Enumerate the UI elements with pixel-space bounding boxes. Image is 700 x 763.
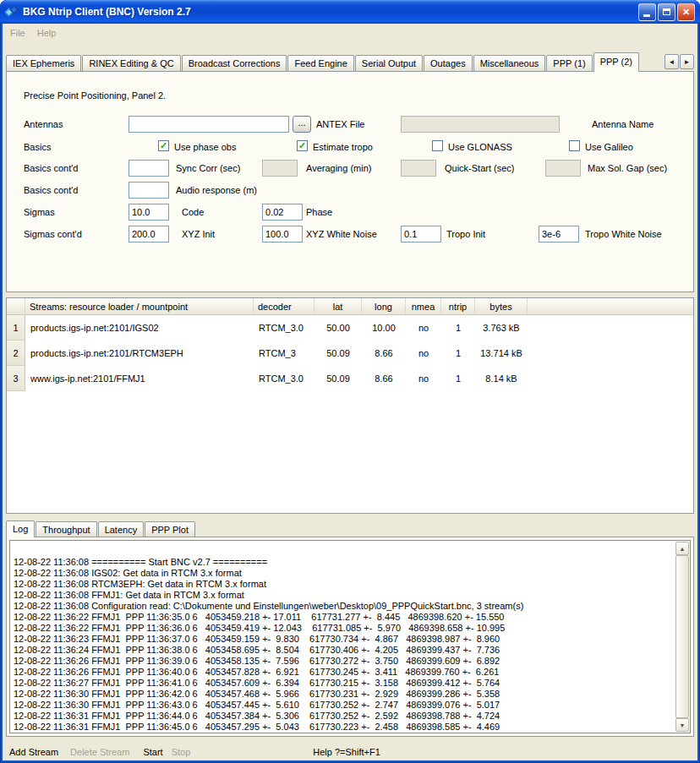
- xyz-white-noise-label: XYZ White Noise: [306, 229, 377, 239]
- xyz-init-input[interactable]: [129, 226, 169, 243]
- tab-scroll-right-button[interactable]: ►: [680, 54, 694, 69]
- start-button[interactable]: Start: [143, 747, 162, 757]
- tab-serial-output[interactable]: Serial Output: [355, 55, 423, 71]
- minimize-button[interactable]: [638, 3, 656, 21]
- stream-row-3[interactable]: 3 www.igs-ip.net:2101/FFMJ1 RTCM_3.0 50.…: [7, 366, 693, 391]
- estimate-tropo-label: Estimate tropo: [313, 142, 373, 152]
- stream-ntrip: 1: [441, 315, 475, 341]
- quick-start-label: Quick-Start (sec): [445, 163, 515, 173]
- log-line: 12-08-22 11:36:31 FFMJ1 PPP 11:36:45.0 6…: [14, 722, 673, 733]
- tab-throughput[interactable]: Throughput: [36, 521, 96, 537]
- estimate-tropo-checkbox[interactable]: ✓: [297, 140, 308, 151]
- sigma-code-label: Code: [182, 207, 204, 217]
- use-glonass-checkbox[interactable]: [432, 140, 443, 151]
- use-galileo-label: Use Galileo: [585, 142, 633, 152]
- output-tab-bar: Log Throughput Latency PPP Plot: [6, 520, 196, 537]
- audio-response-label: Audio response (m): [176, 185, 257, 195]
- tab-miscellaneous[interactable]: Miscellaneous: [473, 55, 546, 71]
- menu-help[interactable]: Help: [31, 26, 63, 40]
- delete-stream-button[interactable]: Delete Stream: [70, 747, 129, 757]
- tab-log[interactable]: Log: [6, 520, 35, 537]
- menu-file[interactable]: File: [4, 26, 31, 40]
- sigma-code-input[interactable]: [129, 204, 169, 221]
- streams-header-bytes[interactable]: bytes: [475, 298, 528, 314]
- scroll-down-button[interactable]: ▼: [675, 718, 689, 732]
- streams-header-lat[interactable]: lat: [314, 298, 362, 314]
- use-glonass-label: Use GLONASS: [448, 142, 512, 152]
- log-line: 12-08-22 11:36:08 RTCM3EPH: Get data in …: [14, 579, 673, 590]
- audio-response-input[interactable]: [129, 182, 169, 199]
- log-line: 12-08-22 11:36:30 FFMJ1 PPP 11:36:42.0 6…: [14, 689, 673, 700]
- check-icon: ✓: [298, 140, 306, 150]
- stream-decoder: RTCM_3.0: [254, 315, 314, 341]
- log-line: 12-08-22 11:36:24 FFMJ1 PPP 11:36:38.0 6…: [14, 645, 673, 656]
- add-stream-button[interactable]: Add Stream: [9, 747, 58, 757]
- scrollbar-thumb[interactable]: [675, 555, 689, 718]
- streams-header-row[interactable]: Streams: resource loader / mountpoint de…: [7, 298, 693, 315]
- tab-ppp-plot[interactable]: PPP Plot: [145, 521, 195, 537]
- antennas-input[interactable]: [129, 116, 289, 133]
- log-line: 12-08-22 11:36:30 FFMJ1 PPP 11:36:43.0 6…: [14, 700, 673, 711]
- tab-iex-ephemeris[interactable]: IEX Ephemeris: [6, 55, 81, 71]
- sigma-phase-input[interactable]: [262, 204, 303, 221]
- tropo-init-input[interactable]: [401, 226, 441, 243]
- tab-scroll-left-button[interactable]: ◄: [664, 54, 679, 69]
- stream-row-2[interactable]: 2 products.igs-ip.net:2101/RTCM3EPH RTCM…: [7, 341, 693, 366]
- streams-header-long[interactable]: long: [362, 298, 406, 314]
- tab-latency[interactable]: Latency: [98, 521, 145, 537]
- log-view[interactable]: 12-08-22 11:36:08 ========== Start BNC v…: [9, 540, 691, 733]
- use-phase-obs-label: Use phase obs: [174, 142, 236, 152]
- stop-button[interactable]: Stop: [172, 747, 191, 757]
- tab-ppp-2[interactable]: PPP (2): [593, 52, 639, 72]
- basics-label: Basics: [24, 142, 51, 152]
- maximize-button[interactable]: [658, 3, 675, 21]
- scroll-up-button[interactable]: ▲: [675, 542, 689, 555]
- stream-bytes: 13.714 kB: [475, 341, 528, 366]
- streams-header-nmea[interactable]: nmea: [406, 298, 441, 314]
- stream-lat: 50.09: [314, 366, 362, 391]
- tropo-white-noise-label: Tropo White Noise: [585, 229, 662, 239]
- log-line: 12-08-22 11:36:23 FFMJ1 PPP 11:36:37.0 6…: [14, 634, 673, 645]
- ppp2-panel: Precise Point Positioning, Panel 2. Ante…: [6, 71, 694, 292]
- tab-rinex-editing-qc[interactable]: RINEX Editing & QC: [82, 55, 180, 71]
- stream-filler: [528, 315, 693, 341]
- use-galileo-checkbox[interactable]: [569, 140, 580, 151]
- stream-mountpoint: www.igs-ip.net:2101/FFMJ1: [25, 366, 254, 391]
- arrow-left-icon: ◄: [669, 58, 675, 66]
- streams-header-filler: [528, 298, 693, 314]
- tab-broadcast-corrections[interactable]: Broadcast Corrections: [182, 55, 287, 71]
- panel-caption: Precise Point Positioning, Panel 2.: [24, 90, 166, 101]
- tab-outages[interactable]: Outages: [424, 55, 473, 71]
- log-panel: 12-08-22 11:36:08 ========== Start BNC v…: [6, 537, 694, 737]
- streams-header-decoder[interactable]: decoder: [254, 298, 314, 314]
- sync-corr-input[interactable]: [129, 160, 169, 177]
- tropo-white-noise-input[interactable]: [539, 226, 579, 243]
- xyz-init-label: XYZ Init: [182, 229, 215, 239]
- stream-filler: [528, 341, 693, 366]
- stream-ntrip: 1: [441, 341, 475, 366]
- stream-long: 8.66: [362, 341, 406, 366]
- xyz-white-noise-input[interactable]: [262, 226, 303, 243]
- close-button[interactable]: ✕: [677, 3, 695, 21]
- app-icon: [5, 5, 19, 19]
- tab-ppp-1[interactable]: PPP (1): [546, 55, 592, 71]
- stream-ntrip: 1: [441, 366, 475, 391]
- streams-header-ntrip[interactable]: ntrip: [441, 298, 475, 314]
- stream-row-1[interactable]: 1 products.igs-ip.net:2101/IGS02 RTCM_3.…: [7, 315, 693, 341]
- use-phase-obs-checkbox[interactable]: ✓: [158, 140, 169, 151]
- averaging-label: Averaging (min): [306, 163, 371, 173]
- tab-feed-engine[interactable]: Feed Engine: [287, 55, 353, 71]
- title-bar[interactable]: BKG Ntrip Client (BNC) Version 2.7 ✕: [0, 0, 700, 24]
- quick-start-input: [401, 160, 436, 177]
- streams-header-corner: [7, 298, 25, 314]
- tropo-init-label: Tropo Init: [446, 229, 485, 239]
- ellipsis-icon: ...: [298, 117, 305, 128]
- stream-nmea: no: [406, 341, 441, 366]
- log-scrollbar[interactable]: ▲ ▼: [675, 542, 689, 732]
- streams-header-mountpoint[interactable]: Streams: resource loader / mountpoint: [25, 298, 254, 314]
- antex-browse-button[interactable]: ...: [293, 116, 311, 133]
- stream-decoder: RTCM_3: [254, 341, 314, 366]
- stream-bytes: 8.14 kB: [475, 366, 528, 391]
- help-shortcut-label: Help ?=Shift+F1: [313, 747, 380, 757]
- check-icon: ✓: [160, 140, 167, 150]
